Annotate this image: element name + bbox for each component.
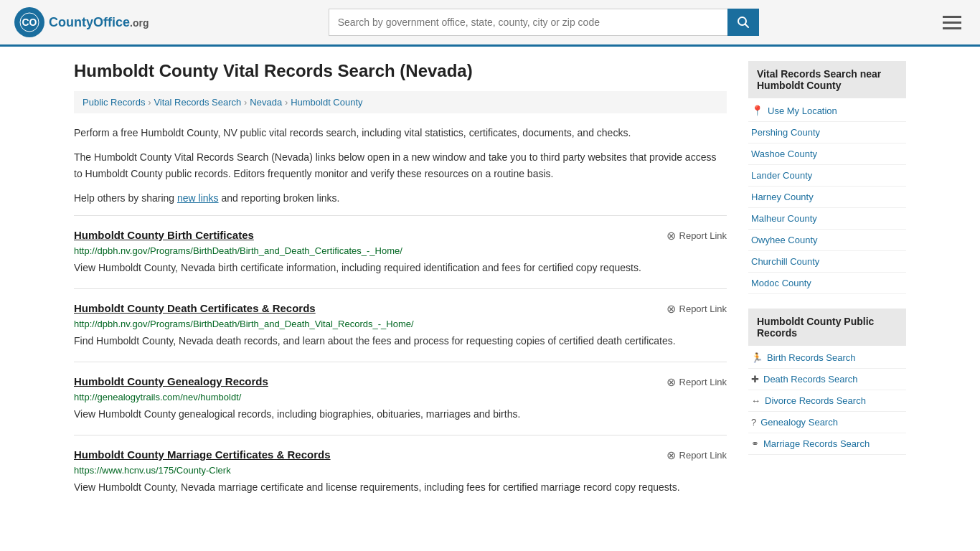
sidebar-item-lander[interactable]: Lander County [748,165,906,187]
search-input[interactable] [329,9,727,36]
death-records-icon: ✚ [751,374,759,385]
description-1: Perform a free Humboldt County, NV publi… [74,125,727,141]
result-desc: View Humboldt County genealogical record… [74,407,727,422]
breadcrumb-humboldt[interactable]: Humboldt County [291,97,362,108]
breadcrumb: Public Records › Vital Records Search › … [74,91,727,113]
marriage-records-icon: ⚭ [751,438,759,449]
sidebar-item-marriage-records[interactable]: ⚭ Marriage Records Search [748,433,906,455]
result-title[interactable]: Humboldt County Birth Certificates [74,229,254,241]
new-links-link[interactable]: new links [177,192,219,204]
report-link-button[interactable]: ⊗ Report Link [666,448,727,462]
description-2: The Humboldt County Vital Records Search… [74,149,727,182]
result-item: Humboldt County Birth Certificates ⊗ Rep… [74,215,727,288]
sidebar-item-washoe[interactable]: Washoe County [748,143,906,165]
result-url[interactable]: http://dpbh.nv.gov/Programs/BirthDeath/B… [74,319,727,329]
result-url[interactable]: https://www.hcnv.us/175/County-Clerk [74,465,727,476]
report-icon: ⊗ [666,302,676,316]
result-url[interactable]: http://dpbh.nv.gov/Programs/BirthDeath/B… [74,245,727,256]
results-list: Humboldt County Birth Certificates ⊗ Rep… [74,215,727,508]
content-area: Humboldt County Vital Records Search (Ne… [74,61,727,508]
result-desc: View Humboldt County, Nevada birth certi… [74,260,727,276]
logo-area: CO CountyOffice.org [14,7,149,37]
divorce-records-icon: ↔ [751,395,760,406]
result-desc: Find Humboldt County, Nevada death recor… [74,334,727,349]
genealogy-icon: ? [751,417,756,428]
sidebar: Vital Records Search near Humboldt Count… [748,61,906,508]
description-3: Help others by sharing new links and rep… [74,190,727,206]
sidebar-item-churchill[interactable]: Churchill County [748,251,906,273]
breadcrumb-vital-records[interactable]: Vital Records Search [154,97,241,108]
location-pin-icon: 📍 [751,105,763,116]
sidebar-public-records-section: Humboldt County Public Records 🏃 Birth R… [748,309,906,455]
sidebar-item-harney[interactable]: Harney County [748,187,906,208]
breadcrumb-public-records[interactable]: Public Records [83,97,145,108]
sidebar-item-genealogy[interactable]: ? Genealogy Search [748,412,906,433]
sidebar-item-modoc[interactable]: Modoc County [748,273,906,294]
sidebar-item-location[interactable]: 📍 Use My Location [748,100,906,122]
sidebar-item-birth-records[interactable]: 🏃 Birth Records Search [748,347,906,369]
birth-records-icon: 🏃 [751,352,763,363]
search-button[interactable] [727,9,759,36]
result-title[interactable]: Humboldt County Marriage Certificates & … [74,448,331,461]
sidebar-item-owyhee[interactable]: Owyhee County [748,230,906,251]
result-desc: View Humboldt County, Nevada marriage ce… [74,480,727,495]
main-layout: Humboldt County Vital Records Search (Ne… [60,47,920,522]
logo-text: CountyOffice.org [49,15,149,30]
search-area [329,9,759,36]
use-my-location-link[interactable]: Use My Location [768,105,837,116]
sidebar-item-pershing[interactable]: Pershing County [748,122,906,143]
result-item: Humboldt County Death Certificates & Rec… [74,288,727,362]
breadcrumb-nevada[interactable]: Nevada [250,97,282,108]
sidebar-item-malheur[interactable]: Malheur County [748,208,906,230]
sidebar-item-divorce-records[interactable]: ↔ Divorce Records Search [748,390,906,412]
report-icon: ⊗ [666,448,676,462]
menu-button[interactable] [938,11,966,34]
svg-line-3 [745,24,748,28]
report-icon: ⊗ [666,229,676,242]
report-link-button[interactable]: ⊗ Report Link [666,375,727,389]
report-icon: ⊗ [666,375,676,389]
result-item: Humboldt County Marriage Certificates & … [74,435,727,508]
result-title[interactable]: Humboldt County Death Certificates & Rec… [74,302,316,314]
sidebar-nearby-header: Vital Records Search near Humboldt Count… [748,61,906,98]
sidebar-item-death-records[interactable]: ✚ Death Records Search [748,369,906,390]
svg-text:CO: CO [22,17,37,28]
result-title[interactable]: Humboldt County Genealogy Records [74,375,268,387]
result-item: Humboldt County Genealogy Records ⊗ Repo… [74,362,727,435]
report-link-button[interactable]: ⊗ Report Link [666,302,727,316]
result-url[interactable]: http://genealogytrails.com/nev/humboldt/ [74,392,727,402]
site-header: CO CountyOffice.org [0,0,980,47]
report-link-button[interactable]: ⊗ Report Link [666,229,727,242]
page-title: Humboldt County Vital Records Search (Ne… [74,61,727,81]
logo-icon: CO [14,7,44,37]
sidebar-nearby-section: Vital Records Search near Humboldt Count… [748,61,906,294]
sidebar-public-records-header: Humboldt County Public Records [748,309,906,346]
